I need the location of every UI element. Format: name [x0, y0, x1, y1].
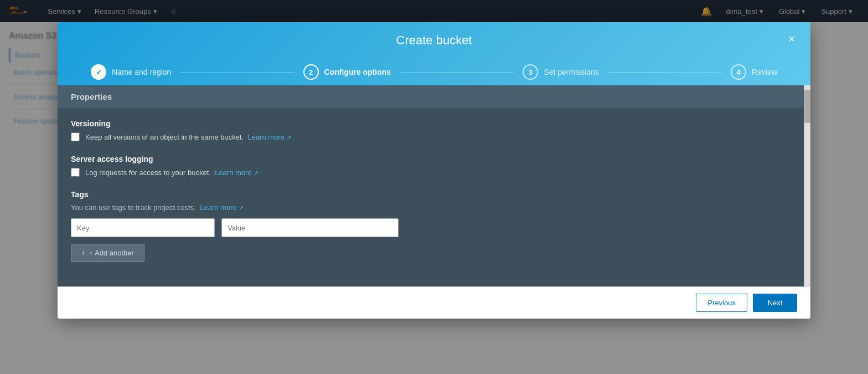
step-3-label: Set permissions [544, 68, 599, 76]
tags-input-row [71, 218, 790, 237]
plus-icon: + [81, 249, 86, 257]
tags-description: You can use tags to track project costs.… [71, 203, 790, 212]
server-logging-learn-more-link[interactable]: Learn more [213, 168, 259, 177]
step-divider-3 [608, 72, 722, 73]
server-logging-checkbox-label: Log requests for access to your bucket. … [85, 168, 259, 177]
step-1-name-and-region[interactable]: ✓ Name and region [82, 59, 180, 85]
add-another-button[interactable]: + + Add another [71, 244, 144, 262]
modal-scrollbar[interactable] [804, 85, 810, 286]
server-access-logging-title: Server access logging [71, 155, 790, 163]
step-divider-2 [400, 72, 514, 73]
versioning-checkbox-row: Keep all versions of an object in the sa… [71, 132, 790, 141]
modal-body-content: Properties Versioning Keep all versions … [58, 85, 804, 286]
create-bucket-modal: Create bucket × ✓ Name and region 2 Conf… [58, 22, 810, 319]
versioning-title: Versioning [71, 119, 790, 128]
step-divider-1 [180, 72, 294, 73]
next-button[interactable]: Next [753, 294, 797, 312]
steps-bar: ✓ Name and region 2 Configure options 3 … [71, 59, 797, 85]
scrollbar-thumb [804, 90, 810, 123]
step-1-label: Name and region [112, 68, 171, 76]
tag-key-input[interactable] [71, 218, 215, 237]
properties-section-header: Properties [58, 85, 804, 108]
server-logging-checkbox-row: Log requests for access to your bucket. … [71, 168, 790, 177]
step-4-circle: 4 [731, 64, 746, 80]
versioning-checkbox[interactable] [71, 132, 80, 141]
modal-body-wrap: Properties Versioning Keep all versions … [58, 85, 810, 286]
versioning-learn-more-link[interactable]: Learn more [246, 133, 291, 141]
step-2-label: Configure options [324, 68, 391, 76]
modal-overlay: Create bucket × ✓ Name and region 2 Conf… [0, 0, 868, 374]
modal-title-row: Create bucket [71, 33, 797, 48]
previous-button[interactable]: Previous [696, 294, 747, 312]
versioning-group: Versioning Keep all versions of an objec… [71, 119, 790, 141]
step-3-set-permissions[interactable]: 3 Set permissions [514, 59, 608, 85]
step-1-circle: ✓ [91, 64, 106, 80]
modal-title: Create bucket [396, 33, 472, 48]
section-content: Versioning Keep all versions of an objec… [58, 108, 804, 286]
modal-footer: Previous Next [58, 286, 810, 319]
modal-header: Create bucket × ✓ Name and region 2 Conf… [58, 22, 810, 85]
step-2-configure-options[interactable]: 2 Configure options [294, 59, 400, 85]
step-3-circle: 3 [523, 64, 538, 80]
server-access-logging-checkbox[interactable] [71, 168, 80, 177]
tag-value-input[interactable] [221, 218, 399, 237]
tags-group: Tags You can use tags to track project c… [71, 190, 790, 262]
tags-learn-more-link[interactable]: Learn more [198, 203, 244, 212]
step-4-review[interactable]: 4 Review [722, 59, 786, 85]
add-another-label: + Add another [89, 249, 134, 257]
versioning-checkbox-label: Keep all versions of an object in the sa… [85, 133, 291, 141]
step-4-label: Review [752, 68, 777, 76]
tags-title: Tags [71, 190, 790, 199]
step-2-circle: 2 [303, 64, 319, 80]
modal-close-button[interactable]: × [784, 31, 799, 47]
server-access-logging-group: Server access logging Log requests for a… [71, 155, 790, 177]
